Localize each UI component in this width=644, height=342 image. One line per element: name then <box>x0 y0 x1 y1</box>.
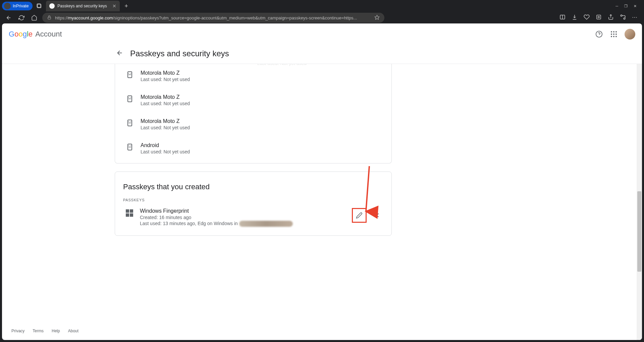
profile-mini-icon <box>4 3 11 9</box>
devices-card: Android Last used: Not yet used Motorola… <box>115 64 392 163</box>
google-logo[interactable]: Google Account <box>9 30 62 39</box>
footer-terms[interactable]: Terms <box>33 329 44 333</box>
device-android-icon <box>126 143 134 151</box>
extensions-icon[interactable] <box>596 14 602 21</box>
svg-point-8 <box>621 15 622 16</box>
browser-chrome: InPrivate G Passkeys and security keys ✕… <box>0 0 644 23</box>
footer-links: Privacy Terms Help About <box>11 329 78 333</box>
device-android-icon <box>126 95 134 103</box>
tab-close-icon[interactable]: ✕ <box>112 3 116 9</box>
url-text: https://myaccount.google.com/signinoptio… <box>55 15 357 20</box>
collections-icon[interactable] <box>620 14 626 21</box>
footer-help[interactable]: Help <box>52 329 60 333</box>
google-account-header: Google Account <box>2 23 642 45</box>
svg-point-7 <box>598 16 600 18</box>
favorite-icon[interactable] <box>374 15 380 21</box>
svg-rect-6 <box>597 15 601 19</box>
page-viewport: Google Account Passkeys and security key… <box>2 23 642 340</box>
section-label: PASSKEYS <box>115 194 391 203</box>
browser-tab[interactable]: G Passkeys and security keys ✕ <box>46 1 120 11</box>
redacted-location <box>239 221 293 227</box>
passkey-row: Windows Fingerprint Created: 16 minutes … <box>115 203 391 233</box>
lock-icon <box>47 15 52 21</box>
device-sub: Last used: Not yet used <box>141 77 190 82</box>
svg-point-22 <box>128 145 129 146</box>
favorites-icon[interactable] <box>584 14 590 21</box>
device-row: Motorola Moto Z Last used: Not yet used <box>115 64 391 88</box>
svg-point-20 <box>130 121 131 122</box>
tab-actions-icon[interactable] <box>35 1 44 11</box>
device-name: Motorola Moto Z <box>141 94 190 100</box>
passkey-last-used: Last used: 13 minutes ago, Edg on Window… <box>140 221 293 227</box>
share-icon[interactable] <box>608 14 614 21</box>
device-sub: Last used: Not yet used <box>141 125 190 130</box>
device-row: Motorola Moto Z Last used: Not yet used <box>115 88 391 112</box>
svg-point-19 <box>128 121 129 122</box>
close-window-icon[interactable]: ✕ <box>634 4 637 8</box>
google-apps-icon[interactable] <box>610 30 618 38</box>
scrollbar-thumb[interactable] <box>637 191 641 272</box>
scrollbar-track[interactable] <box>637 64 642 340</box>
device-sub: Last used: Not yet used <box>141 101 190 106</box>
device-android-icon <box>126 71 134 79</box>
created-passkeys-card: Passkeys that you created PASSKEYS Windo… <box>115 172 392 236</box>
partial-device-row: Android Last used: Not yet used <box>257 64 307 66</box>
passkey-created: Created: 16 minutes ago <box>140 215 293 220</box>
device-name: Android <box>141 142 190 148</box>
device-name: Motorola Moto Z <box>141 70 190 76</box>
maximize-icon[interactable]: ❐ <box>624 4 628 8</box>
page-title: Passkeys and security keys <box>130 49 229 58</box>
svg-point-17 <box>130 97 131 98</box>
device-row: Android Last used: Not yet used <box>115 136 391 160</box>
refresh-button[interactable] <box>17 15 26 21</box>
tab-favicon-icon: G <box>49 3 55 9</box>
address-bar: https://myaccount.google.com/signinoptio… <box>0 12 644 23</box>
tab-bar: InPrivate G Passkeys and security keys ✕… <box>0 0 644 12</box>
downloads-icon[interactable] <box>572 14 578 21</box>
device-sub: Last used: Not yet used <box>141 149 190 154</box>
inprivate-label: InPrivate <box>13 4 29 8</box>
inprivate-badge[interactable]: InPrivate <box>2 2 33 10</box>
svg-point-9 <box>624 18 625 19</box>
svg-rect-2 <box>48 17 51 19</box>
svg-marker-3 <box>375 15 379 19</box>
toolbar-right: ⋯ <box>559 14 640 21</box>
footer-privacy[interactable]: Privacy <box>11 329 24 333</box>
device-row: Motorola Moto Z Last used: Not yet used <box>115 112 391 136</box>
svg-point-23 <box>130 145 131 146</box>
footer-about[interactable]: About <box>68 329 78 333</box>
help-icon[interactable] <box>595 30 603 38</box>
section-title: Passkeys that you created <box>115 175 391 194</box>
windows-icon <box>126 209 133 217</box>
minimize-icon[interactable]: ─ <box>615 4 618 8</box>
new-tab-button[interactable]: + <box>122 3 131 10</box>
device-android-icon <box>126 119 134 127</box>
tab-title: Passkeys and security keys <box>57 4 107 8</box>
more-icon[interactable]: ⋯ <box>632 14 637 21</box>
svg-point-14 <box>130 73 131 74</box>
back-button[interactable] <box>4 15 13 21</box>
svg-point-16 <box>128 97 129 98</box>
device-name: Motorola Moto Z <box>141 118 190 124</box>
window-controls: ─ ❐ ✕ <box>615 4 642 8</box>
url-input[interactable]: https://myaccount.google.com/signinoptio… <box>42 13 384 23</box>
svg-point-13 <box>128 73 129 74</box>
page-title-bar: Passkeys and security keys <box>2 45 642 64</box>
content-area: Android Last used: Not yet used Motorola… <box>2 64 642 340</box>
passkey-name: Windows Fingerprint <box>140 208 293 214</box>
edit-passkey-button[interactable] <box>352 208 367 223</box>
split-screen-icon[interactable] <box>559 14 566 21</box>
delete-passkey-button[interactable]: ✕ <box>370 211 383 219</box>
back-arrow-icon[interactable] <box>116 49 123 58</box>
home-button[interactable] <box>30 15 39 21</box>
account-avatar[interactable] <box>625 29 635 40</box>
